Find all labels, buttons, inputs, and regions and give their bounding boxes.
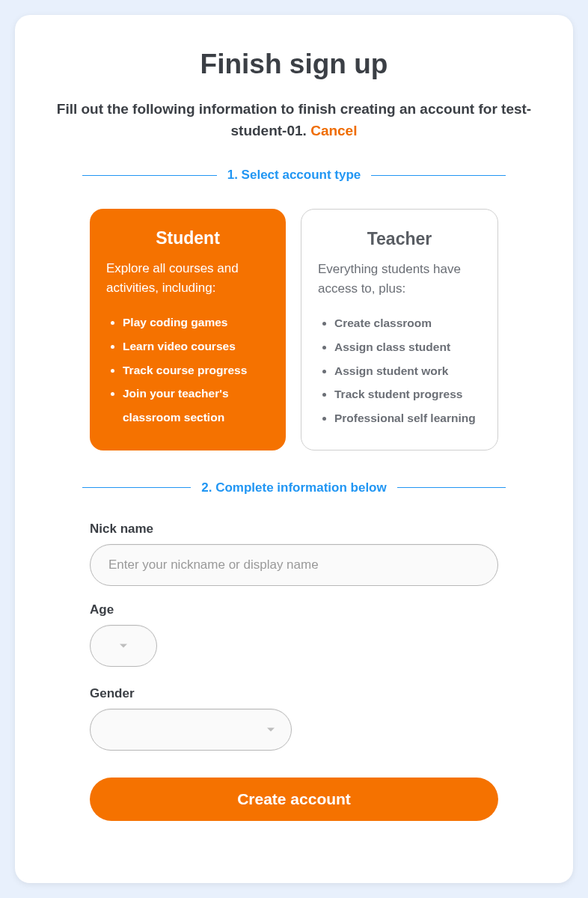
student-title: Student: [106, 228, 269, 248]
chevron-down-icon: [120, 644, 127, 647]
list-item: Assign student work: [334, 359, 481, 383]
list-item: Track student progress: [334, 382, 481, 406]
gender-select[interactable]: [90, 709, 292, 751]
account-type-group: Student Explore all courses and activiti…: [45, 209, 543, 450]
nickname-input[interactable]: [90, 544, 498, 586]
list-item: Play coding games: [123, 311, 269, 335]
age-label: Age: [90, 602, 498, 617]
divider-line: [82, 487, 191, 488]
account-type-student[interactable]: Student Explore all courses and activiti…: [90, 209, 286, 450]
teacher-feature-list: Create classroom Assign class student As…: [318, 311, 481, 430]
page-title: Finish sign up: [45, 49, 543, 80]
gender-label: Gender: [90, 686, 498, 701]
subtitle-text: Fill out the following information to fi…: [57, 101, 501, 117]
page-subtitle: Fill out the following information to fi…: [45, 99, 543, 141]
create-account-button[interactable]: Create account: [90, 778, 498, 821]
age-select[interactable]: [90, 625, 157, 667]
chevron-down-icon: [267, 727, 275, 731]
section-1-header: 1. Select account type: [45, 168, 543, 183]
section-2-header: 2. Complete information below: [45, 480, 543, 495]
nickname-label: Nick name: [90, 522, 498, 537]
teacher-title: Teacher: [318, 229, 481, 249]
list-item: Join your teacher's classroom section: [123, 382, 269, 430]
age-select-wrap: [90, 625, 157, 667]
age-field: Age: [90, 602, 498, 670]
list-item: Create classroom: [334, 311, 481, 335]
list-item: Learn video courses: [123, 335, 269, 358]
list-item: Professional self learning: [334, 406, 481, 430]
gender-field: Gender: [90, 686, 498, 754]
list-item: Assign class student: [334, 335, 481, 359]
teacher-desc: Everything students have access to, plus…: [318, 260, 481, 298]
student-desc: Explore all courses and activities, incl…: [106, 259, 269, 297]
section-2-label: 2. Complete information below: [191, 480, 396, 495]
signup-card: Finish sign up Fill out the following in…: [15, 15, 573, 883]
cancel-link[interactable]: Cancel: [307, 123, 358, 138]
divider-line: [371, 175, 506, 176]
section-1-label: 1. Select account type: [217, 168, 372, 183]
gender-select-wrap: [90, 709, 292, 751]
divider-line: [397, 487, 506, 488]
account-type-teacher[interactable]: Teacher Everything students have access …: [301, 209, 498, 450]
divider-line: [82, 175, 217, 176]
nickname-field: Nick name: [90, 522, 498, 586]
form-area: Nick name Age Gender Create account: [45, 522, 543, 821]
list-item: Track course progress: [123, 358, 269, 382]
student-feature-list: Play coding games Learn video courses Tr…: [106, 311, 269, 430]
